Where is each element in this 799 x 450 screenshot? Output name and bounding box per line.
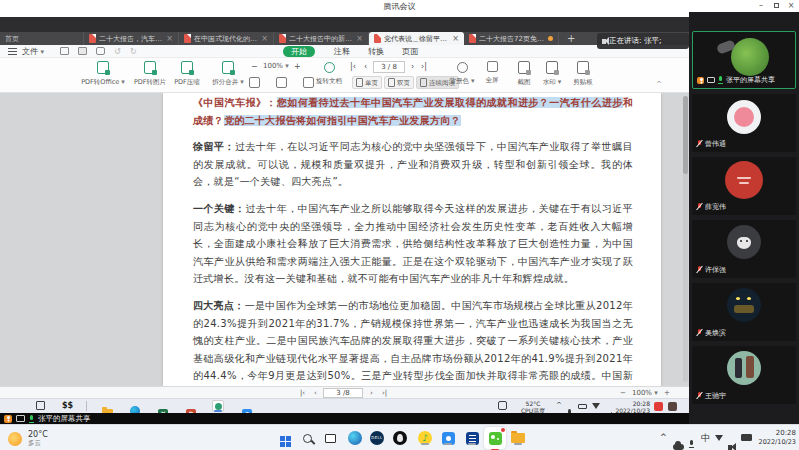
ribbon-tab-page[interactable]: 页面 xyxy=(394,46,426,57)
file-explorer-button[interactable] xyxy=(510,430,526,446)
pdf-compress-button[interactable]: PDF压缩 xyxy=(164,60,210,91)
tray-expand-icon[interactable]: ^ xyxy=(660,433,667,442)
new-tab-button[interactable]: + xyxy=(559,32,583,45)
status-last-page-button[interactable]: ›| xyxy=(382,389,387,398)
page-number-input[interactable]: 3 / 8 xyxy=(373,61,405,73)
weather-widget[interactable]: 20°C 多云 xyxy=(8,430,48,448)
edge-button[interactable] xyxy=(347,430,363,446)
screenshot-button[interactable]: 截图 xyxy=(510,60,538,91)
mic-tray-icon[interactable] xyxy=(689,433,694,450)
notification-badge-icon[interactable] xyxy=(654,402,663,411)
minimize-button[interactable]: – xyxy=(755,1,767,11)
qq-music-button[interactable]: ♪ xyxy=(417,430,433,446)
fullscreen-button[interactable]: 全屏 xyxy=(478,60,506,91)
device-tray-icon[interactable] xyxy=(741,434,752,441)
shared-wps-icon[interactable] xyxy=(212,400,224,412)
fit-page-icon[interactable] xyxy=(276,77,287,88)
status-first-page-button[interactable]: |‹ xyxy=(300,389,305,398)
redo-icon[interactable]: ↻ xyxy=(130,47,137,57)
document-scrollbar[interactable] xyxy=(683,96,688,382)
tab-close-icon[interactable]: × xyxy=(261,34,268,43)
status-page-input[interactable]: 3 /8 xyxy=(323,388,363,398)
double-page-button[interactable]: 双页 xyxy=(384,76,414,89)
tab-doc-2[interactable]: 在中国式现代化的伟大进... × xyxy=(179,32,274,45)
shared-battery-icon[interactable] xyxy=(578,404,587,409)
background-color-button[interactable]: 背景色 ▾ xyxy=(444,60,480,91)
wechat-button[interactable] xyxy=(484,427,506,449)
shared-task-view-icon[interactable] xyxy=(36,401,45,410)
scrollbar-thumb[interactable] xyxy=(683,96,688,174)
rotate-document-button[interactable]: 旋转文档 xyxy=(309,60,349,91)
watermark-button[interactable]: 水印 ▾ xyxy=(538,60,566,91)
ribbon-tab-annotate[interactable]: 注释 xyxy=(326,46,358,57)
tab-doc-1[interactable]: 二十大报告，汽车人必读... × xyxy=(84,32,179,45)
shared-clock[interactable]: 20:28 2022/10/23 xyxy=(614,400,650,414)
video-tile-participant[interactable]: 薛宽伟 xyxy=(692,157,796,215)
clock-widget[interactable]: 20:28 2022/10/23 xyxy=(754,429,796,447)
split-merge-button[interactable]: 拆分合并 ▾ xyxy=(205,60,251,91)
tab-doc-5[interactable]: 二十大报告72页免费领全... xyxy=(464,32,559,45)
tab-close-icon[interactable]: × xyxy=(356,34,363,43)
ribbon-tab-start[interactable]: 开始 xyxy=(283,46,315,57)
fullscreen-icon xyxy=(487,61,498,72)
main-menu-icon[interactable] xyxy=(8,48,17,58)
ime-indicator[interactable]: 中 xyxy=(701,432,710,445)
fit-width-icon[interactable] xyxy=(249,77,260,88)
video-tile-participant[interactable]: 曾伟通 xyxy=(692,94,796,152)
collapse-ribbon-icon[interactable]: ^ xyxy=(656,80,662,88)
meeting-app-button[interactable] xyxy=(440,430,456,446)
tray-badge-icon[interactable] xyxy=(668,402,677,411)
volume-icon[interactable] xyxy=(728,435,732,450)
dell-app-button[interactable]: DELL xyxy=(369,430,385,446)
file-menu[interactable]: 文件 ▾ xyxy=(22,47,44,57)
pdf-to-office-button[interactable]: PDF转Office ▾ xyxy=(80,60,126,91)
mic-on-icon xyxy=(29,415,34,423)
zoom-out-button[interactable]: − xyxy=(251,62,258,71)
search-button[interactable] xyxy=(299,430,315,446)
onedrive-cloud-icon[interactable] xyxy=(673,435,684,450)
status-zoom-in-button[interactable]: + xyxy=(664,389,670,398)
cpu-temp-widget[interactable]: 52°C CPU温度 xyxy=(514,400,552,414)
status-prev-page-button[interactable]: ‹ xyxy=(314,389,317,398)
tab-close-icon[interactable]: × xyxy=(166,34,173,43)
task-view-button[interactable] xyxy=(322,430,338,446)
clipboard-icon xyxy=(577,61,589,74)
tab-doc-4-active[interactable]: 党代表说＿徐留平：为建... × xyxy=(369,32,464,45)
prev-page-button[interactable]: ‹ xyxy=(364,62,367,71)
clipboard-button[interactable]: 剪贴板 xyxy=(567,60,599,91)
status-zoom-level[interactable]: 100% ▾ xyxy=(632,389,658,398)
next-page-button[interactable]: › xyxy=(411,62,414,71)
maximize-button[interactable] xyxy=(770,1,782,11)
avatar-red-badge xyxy=(725,161,763,199)
shared-tray-expand-icon[interactable]: ^ xyxy=(556,401,562,409)
tab-doc-3[interactable]: 二十大报告中的新表述新... × xyxy=(274,32,369,45)
last-page-button[interactable]: ›| xyxy=(421,62,427,71)
speaking-banner: 正在讲话: 张平; xyxy=(597,33,689,49)
wifi-icon[interactable] xyxy=(715,435,723,441)
shared-network-icon[interactable] xyxy=(592,403,600,409)
tab-close-icon[interactable]: × xyxy=(452,34,459,43)
zoom-in-button[interactable]: + xyxy=(294,62,301,71)
close-button[interactable]: × xyxy=(785,1,797,11)
video-tile-screen-share[interactable]: 张平的屏幕共享 xyxy=(692,31,796,89)
zoom-level-dropdown[interactable]: 100% ▾ xyxy=(263,62,289,70)
start-button[interactable] xyxy=(274,430,290,446)
print-icon[interactable] xyxy=(96,47,105,57)
save-icon[interactable] xyxy=(78,47,87,57)
video-tile-participant[interactable]: 许保强 xyxy=(692,220,796,278)
office-app-button[interactable] xyxy=(464,430,480,446)
video-tile-participant[interactable]: 王驰宇 xyxy=(692,346,796,404)
undo-icon[interactable]: ↺ xyxy=(114,47,121,57)
video-tile-participant[interactable]: 吴焕滨 xyxy=(692,283,796,341)
stock-app-icon[interactable]: $$ xyxy=(62,401,73,411)
status-next-page-button[interactable]: › xyxy=(370,389,373,398)
pdf-page[interactable]: 《中国汽车报》：您如何看待过去十年中国汽车产业发展取得的成就和进步？一汽有什么进… xyxy=(163,93,661,386)
tab-home[interactable]: 首页 xyxy=(0,32,84,45)
status-zoom-out-button[interactable]: − xyxy=(620,389,626,398)
tray-app-icon[interactable] xyxy=(498,401,507,410)
alienware-button[interactable] xyxy=(392,430,408,446)
ribbon-tab-convert[interactable]: 转换 xyxy=(360,46,392,57)
first-page-button[interactable]: |‹ xyxy=(350,62,356,71)
single-page-button[interactable]: 单页 xyxy=(352,76,382,89)
open-folder-icon[interactable] xyxy=(60,47,69,57)
